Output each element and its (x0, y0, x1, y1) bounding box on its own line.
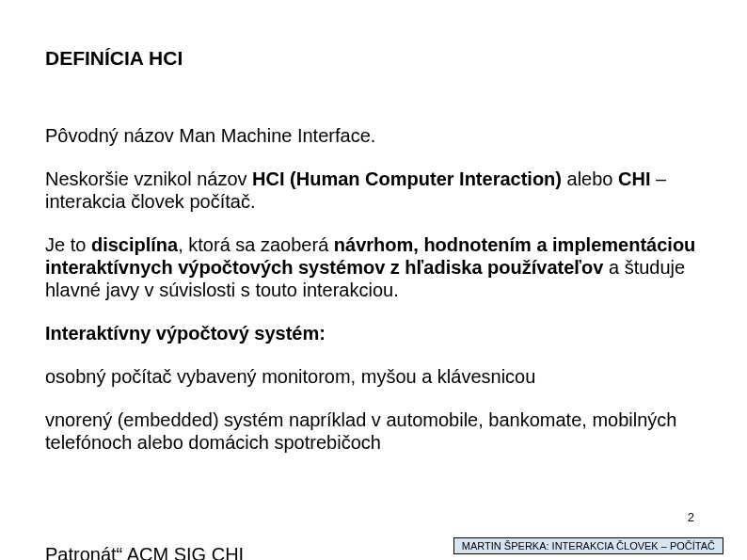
footer-attribution: MARTIN ŠPERKA: INTERAKCIA ČLOVEK – POČÍT… (453, 537, 723, 554)
p2-bold-b: HCI (Human Computer Interaction) (252, 168, 562, 189)
p3-text-c: , ktorá sa zaoberá (178, 234, 334, 255)
slide-title: DEFINÍCIA HCI (45, 47, 702, 70)
paragraph-1: Pôvodný názov Man Machine Interface. (45, 124, 702, 147)
p3-bold-b: disciplína (91, 234, 178, 255)
p2-text-a: Neskoršie vznikol názov (45, 168, 252, 189)
p3-text-a: Je to (45, 234, 91, 255)
slide-content: DEFINÍCIA HCI Pôvodný názov Man Machine … (0, 0, 747, 454)
paragraph-4: Interaktívny výpočtový systém: (45, 322, 702, 344)
paragraph-2: Neskoršie vznikol názov HCI (Human Compu… (45, 168, 702, 213)
p2-bold-d: CHI (618, 168, 650, 189)
cutoff-text: Patronát“ ACM SIG CHI (45, 544, 244, 560)
paragraph-6: vnorený (embedded) systém napríklad v au… (45, 408, 702, 454)
paragraph-3: Je to disciplína, ktorá sa zaoberá návrh… (45, 233, 702, 301)
paragraph-5: osobný počítač vybavený monitorom, myšou… (45, 365, 702, 388)
p2-text-c: alebo (562, 168, 618, 189)
page-number: 2 (688, 510, 694, 524)
